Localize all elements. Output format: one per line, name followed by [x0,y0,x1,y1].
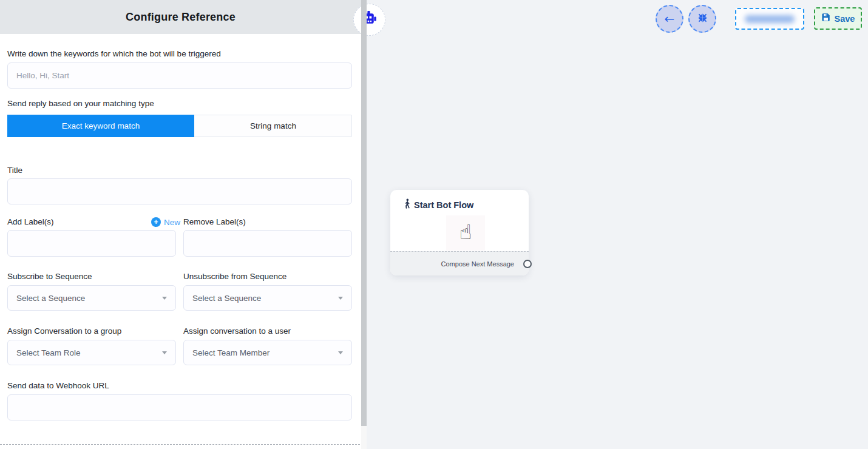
start-bot-flow-node[interactable]: Start Bot Flow ☝ Compose Next Message [390,190,529,275]
assign-group-label: Assign Conversation to a group [7,326,121,336]
subscribe-sequence-select[interactable]: Select a Sequence [7,285,176,311]
subscribe-sequence-value: Select a Sequence [16,294,85,303]
compress-icon [697,13,708,25]
new-label-button[interactable]: + New [151,217,180,227]
chevron-down-icon [338,297,343,300]
panel-bottom-divider [0,444,360,445]
blurred-label [745,15,795,23]
chevron-down-icon [162,351,167,354]
team-role-value: Select Team Role [16,348,81,357]
connection-handle[interactable] [523,260,532,268]
save-button[interactable]: Save [814,7,862,30]
node-title: Start Bot Flow [414,200,473,210]
plus-icon: + [151,217,161,227]
cursor-zone: ☝ [446,215,485,251]
hand-pointer-cursor: ☝ [459,221,472,242]
team-role-select[interactable]: Select Team Role [7,340,176,365]
chevron-down-icon [162,297,167,300]
webhook-input[interactable] [7,394,352,420]
panel-scrollbar-track[interactable] [361,0,367,449]
node-footer: Compose Next Message [390,251,529,275]
team-member-select[interactable]: Select Team Member [183,340,352,365]
webhook-label: Send data to Webhook URL [7,381,109,390]
save-floppy-icon [821,13,830,24]
panel-scrollbar-thumb[interactable] [361,0,367,426]
subscribe-sequence-label: Subscribe to Sequence [7,272,92,281]
bot-avatar[interactable] [353,4,385,36]
back-button[interactable]: ← [656,5,683,33]
add-labels-input[interactable] [7,230,176,257]
tab-exact-keyword-match[interactable]: Exact keyword match [7,115,194,137]
add-labels-label: Add Label(s) [7,217,54,226]
compress-view-button[interactable] [688,5,716,33]
remove-labels-label: Remove Label(s) [183,217,246,226]
keywords-label: Write down the keywords for which the bo… [7,49,221,58]
page-title: Configure Reference [126,11,236,24]
compose-next-message-label: Compose Next Message [441,260,514,268]
tab-string-match[interactable]: String match [194,115,352,137]
node-body: Start Bot Flow ☝ [390,190,529,251]
assign-user-label: Assign conversation to a user [183,326,291,336]
unsubscribe-sequence-value: Select a Sequence [192,294,261,303]
unsubscribe-sequence-label: Unsubscribe from Sequence [183,272,287,281]
matching-type-label: Send reply based on your matching type [7,99,154,108]
back-arrow-icon: ← [665,13,675,25]
title-input[interactable] [7,178,352,204]
walking-person-icon [404,198,411,211]
chevron-down-icon [338,351,343,354]
new-label-button-text: New [164,218,180,227]
blurred-action-button[interactable] [735,8,804,30]
keywords-input[interactable] [7,62,352,89]
remove-labels-input[interactable] [183,230,352,257]
configure-reference-panel: Configure Reference Write down the keywo… [0,0,361,449]
save-button-label: Save [835,14,855,24]
panel-header: Configure Reference [0,0,361,34]
title-label: Title [7,166,22,175]
team-member-value: Select Team Member [192,348,270,357]
unsubscribe-sequence-select[interactable]: Select a Sequence [183,285,352,311]
node-title-row: Start Bot Flow [404,198,473,211]
matching-type-tabs: Exact keyword match String match [7,115,352,137]
